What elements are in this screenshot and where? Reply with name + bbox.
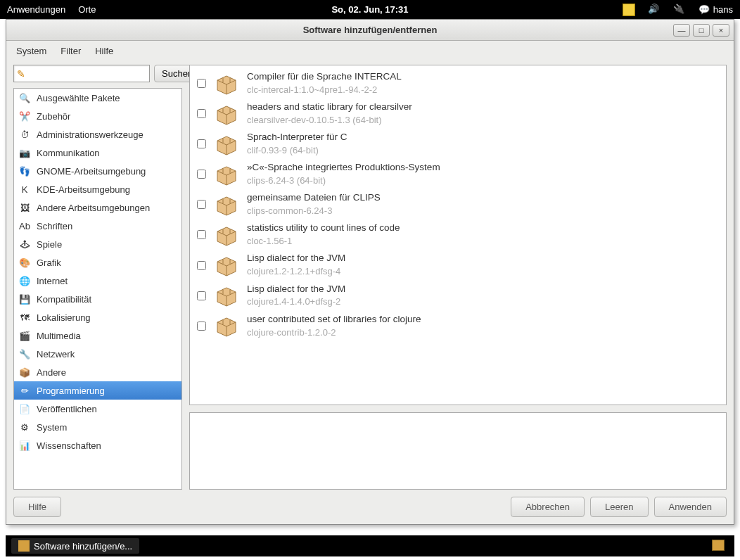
category-item[interactable]: KKDE-Arbeitsumgebung (14, 180, 181, 198)
category-label: Andere (37, 367, 66, 378)
package-title: Sprach-Interpreter für C (247, 131, 719, 144)
category-list[interactable]: 🔍Ausgewählte Pakete✂️Zubehör⏱Administrat… (13, 88, 182, 490)
category-item[interactable]: 💾Kompatibilität (14, 290, 181, 308)
category-item[interactable]: 🎨Grafik (14, 253, 181, 272)
category-item[interactable]: ✏Programmierung (14, 381, 181, 400)
edit-icon: ✎ (17, 68, 25, 79)
menu-help[interactable]: Hilfe (95, 46, 113, 56)
category-item[interactable]: 🖼Andere Arbeitsumgebungen (14, 198, 181, 217)
package-title: Compiler für die Sprache INTERCAL (247, 70, 719, 84)
package-version: clc-intercal-1:1.0~4pre1.-94.-2-2 (247, 84, 719, 96)
menu-applications[interactable]: Anwendungen (7, 4, 65, 15)
package-checkbox[interactable] (197, 261, 206, 270)
package-checkbox[interactable] (197, 79, 206, 88)
category-item[interactable]: AbSchriften (14, 217, 181, 235)
search-input[interactable] (28, 68, 146, 79)
package-item[interactable]: headers and static library for clearsilv… (190, 98, 726, 129)
package-version: clojure1.2-1.2.1+dfsg-4 (247, 265, 719, 278)
user-menu[interactable]: 💬 hans (698, 4, 733, 15)
package-text: headers and static library for clearsilv… (247, 101, 719, 127)
package-checkbox[interactable] (197, 230, 206, 239)
menu-system[interactable]: System (16, 46, 46, 56)
package-item[interactable]: user contributed set of libraries for cl… (190, 311, 726, 341)
help-button[interactable]: Hilfe (13, 497, 61, 517)
category-item[interactable]: 🕹Spiele (14, 235, 181, 253)
package-title: »C«-Sprache integriertes Produktions-Sys… (247, 161, 719, 174)
package-checkbox[interactable] (197, 322, 206, 331)
volume-icon[interactable]: 🔊 (648, 4, 661, 16)
category-label: Grafik (37, 257, 61, 268)
menu-places[interactable]: Orte (78, 4, 96, 15)
category-label: Kommunikation (37, 148, 100, 158)
package-checkbox[interactable] (197, 291, 206, 300)
category-icon: 👣 (18, 165, 31, 177)
package-item[interactable]: statistics utility to count lines of cod… (190, 219, 726, 250)
package-checkbox[interactable] (197, 109, 206, 118)
cancel-button[interactable]: Abbrechen (511, 497, 585, 517)
package-box-icon (215, 163, 238, 186)
category-item[interactable]: ✂️Zubehör (14, 107, 181, 125)
package-version: clojure1.4-1.4.0+dfsg-2 (247, 295, 719, 308)
package-version: clips-common-6.24-3 (247, 205, 719, 217)
package-checkbox[interactable] (197, 139, 206, 148)
package-version: clips-6.24-3 (64-bit) (247, 174, 719, 187)
category-icon: 📄 (18, 402, 31, 415)
category-label: Administrationswerkzeuge (37, 129, 143, 140)
package-text: statistics utility to count lines of cod… (247, 222, 719, 248)
category-item[interactable]: ⚙System (14, 418, 181, 436)
category-item[interactable]: ⏱Administrationswerkzeuge (14, 125, 181, 144)
package-title: gemeinsame Dateien für CLIPS (247, 191, 719, 205)
package-item[interactable]: Sprach-Interpreter für Cclif-0.93-9 (64-… (190, 129, 726, 159)
apply-button[interactable]: Anwenden (654, 497, 727, 517)
package-title: Lisp dialect for the JVM (247, 252, 719, 265)
network-icon[interactable]: 🔌 (673, 4, 686, 16)
minimize-button[interactable]: — (673, 24, 690, 37)
category-icon: ⏱ (18, 128, 31, 141)
package-checkbox[interactable] (197, 170, 206, 179)
titlebar[interactable]: Software hinzufügen/entfernen — □ × (6, 20, 734, 41)
package-box-icon (215, 284, 238, 307)
package-list[interactable]: Compiler für die Sprache INTERCALclc-int… (189, 65, 727, 405)
package-box-icon (215, 314, 238, 338)
package-checkbox[interactable] (197, 200, 206, 209)
package-title: user contributed set of libraries for cl… (247, 313, 719, 326)
note-icon[interactable] (623, 4, 635, 16)
left-pane: ✎ Suchen 🔍Ausgewählte Pakete✂️Zubehör⏱Ad… (13, 65, 182, 490)
menubar: System Filter Hilfe (6, 41, 734, 61)
detail-pane (189, 412, 727, 490)
package-item[interactable]: Lisp dialect for the JVMclojure1.4-1.4.0… (190, 281, 726, 311)
category-item[interactable]: 🗺Lokalisierung (14, 308, 181, 326)
category-icon: 🌐 (18, 274, 31, 287)
category-item[interactable]: 🎬Multimedia (14, 326, 181, 345)
maximize-button[interactable]: □ (693, 24, 710, 37)
taskbar-item[interactable]: Software hinzufügen/e... (11, 538, 139, 554)
clock[interactable]: So, 02. Jun, 17:31 (331, 4, 408, 15)
package-item[interactable]: gemeinsame Dateien für CLIPSclips-common… (190, 189, 726, 219)
category-label: GNOME-Arbeitsumgebung (37, 166, 146, 177)
category-item[interactable]: 🔧Netzwerk (14, 345, 181, 363)
package-text: »C«-Sprache integriertes Produktions-Sys… (247, 161, 719, 187)
category-item[interactable]: 🌐Internet (14, 272, 181, 290)
search-input-wrap[interactable]: ✎ (13, 65, 150, 82)
category-label: Ausgewählte Pakete (37, 93, 120, 103)
category-icon: K (18, 183, 31, 196)
menu-filter[interactable]: Filter (60, 46, 81, 56)
category-item[interactable]: 📷Kommunikation (14, 144, 181, 162)
clear-button[interactable]: Leeren (590, 497, 648, 517)
workspace-switcher-icon[interactable] (712, 540, 725, 551)
category-item[interactable]: 📄Veröffentlichen (14, 400, 181, 418)
category-item[interactable]: 📦Andere (14, 363, 181, 381)
category-icon: 💾 (18, 293, 31, 305)
package-item[interactable]: Lisp dialect for the JVMclojure1.2-1.2.1… (190, 250, 726, 280)
category-item[interactable]: 🔍Ausgewählte Pakete (14, 89, 181, 107)
close-button[interactable]: × (713, 24, 729, 37)
chat-icon: 💬 (698, 4, 710, 15)
package-text: Compiler für die Sprache INTERCALclc-int… (247, 70, 719, 96)
category-label: Andere Arbeitsumgebungen (37, 203, 150, 213)
package-text: Lisp dialect for the JVMclojure1.4-1.4.0… (247, 283, 719, 309)
category-item[interactable]: 📊Wissenschaften (14, 436, 181, 454)
package-item[interactable]: Compiler für die Sprache INTERCALclc-int… (190, 68, 726, 98)
category-item[interactable]: 👣GNOME-Arbeitsumgebung (14, 162, 181, 180)
package-item[interactable]: »C«-Sprache integriertes Produktions-Sys… (190, 159, 726, 189)
category-label: Veröffentlichen (37, 404, 97, 414)
